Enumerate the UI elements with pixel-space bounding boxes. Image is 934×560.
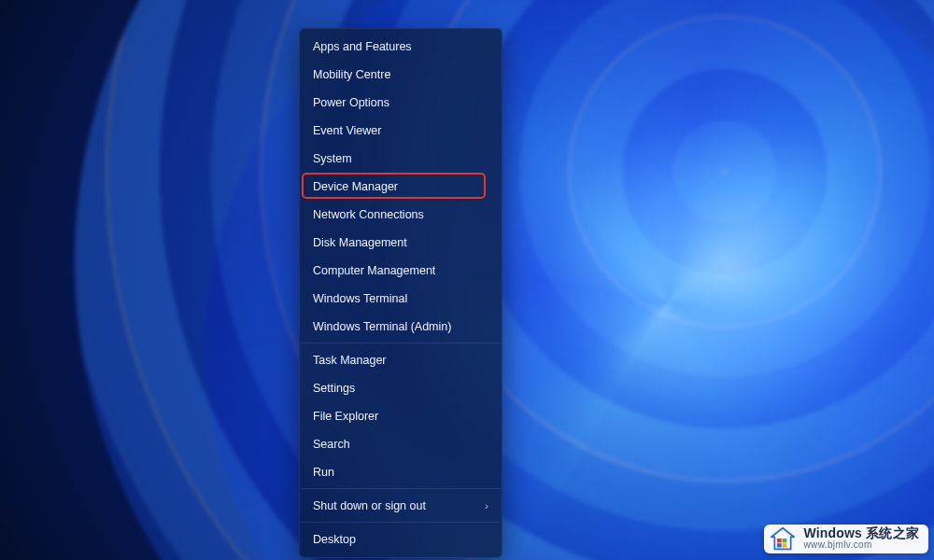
svg-rect-2 [783,539,787,542]
chevron-right-icon: › [485,492,488,520]
menu-item-disk-management[interactable]: Disk Management [300,229,502,257]
menu-item-label: Power Options [313,89,389,117]
menu-item-label: Windows Terminal [313,285,407,313]
menu-item-label: System [313,145,352,173]
menu-item-file-explorer[interactable]: File Explorer [300,402,502,430]
watermark-logo-icon [770,526,796,551]
menu-item-event-viewer[interactable]: Event Viewer [300,117,502,145]
menu-item-search[interactable]: Search [300,430,502,458]
menu-separator [301,488,501,489]
menu-separator [301,343,501,343]
menu-item-mobility-centre[interactable]: Mobility Centre [300,61,502,89]
menu-item-windows-terminal-admin[interactable]: Windows Terminal (Admin) [300,313,502,341]
menu-item-label: Mobility Centre [313,61,390,89]
menu-item-shut-down-or-sign-out[interactable]: Shut down or sign out› [300,492,502,520]
menu-item-network-connections[interactable]: Network Connections [300,201,502,229]
menu-item-label: Network Connections [313,201,424,229]
menu-item-apps-and-features[interactable]: Apps and Features [300,33,502,61]
menu-item-label: File Explorer [313,402,378,430]
menu-item-computer-management[interactable]: Computer Management [300,257,502,285]
menu-item-label: Task Manager [313,346,387,374]
menu-item-run[interactable]: Run [300,458,502,486]
winx-context-menu: Apps and FeaturesMobility CentrePower Op… [299,28,502,558]
menu-item-windows-terminal[interactable]: Windows Terminal [300,285,502,313]
svg-rect-3 [777,543,782,547]
menu-item-task-manager[interactable]: Task Manager [300,346,502,374]
menu-item-label: Desktop [313,525,356,553]
menu-item-label: Settings [313,374,355,402]
menu-item-power-options[interactable]: Power Options [300,89,502,117]
menu-item-device-manager[interactable]: Device Manager [300,173,502,201]
svg-rect-4 [783,543,787,547]
menu-item-label: Apps and Features [313,33,412,61]
menu-item-label: Shut down or sign out [313,492,426,520]
watermark-url: www.bjmlv.com [803,540,919,551]
watermark-title: Windows 系统之家 [803,526,919,540]
menu-item-label: Computer Management [313,257,435,285]
menu-item-label: Event Viewer [313,117,381,145]
svg-rect-1 [777,539,782,542]
menu-item-system[interactable]: System [300,145,502,173]
menu-item-label: Run [313,458,334,486]
menu-item-label: Device Manager [313,173,398,201]
watermark: Windows 系统之家 www.bjmlv.com [764,525,928,553]
menu-item-label: Search [313,430,350,458]
menu-separator [301,522,501,523]
menu-item-label: Disk Management [313,229,407,257]
menu-item-desktop[interactable]: Desktop [300,525,502,553]
menu-item-label: Windows Terminal (Admin) [313,313,451,341]
menu-item-settings[interactable]: Settings [300,374,502,402]
